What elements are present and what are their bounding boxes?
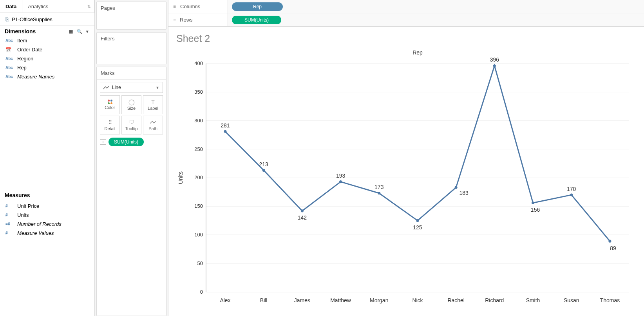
size-icon: ◯ [128, 99, 135, 105]
svg-text:193: 193 [336, 173, 345, 179]
svg-text:400: 400 [194, 60, 203, 66]
measures-list: #Unit Price #Units =#Number of Records #… [0, 201, 94, 316]
svg-point-42 [493, 64, 496, 67]
rows-shelf[interactable]: ≡ Rows SUM(Units) [168, 13, 644, 27]
label-pill[interactable]: SUM(Units) [109, 138, 144, 146]
svg-point-33 [378, 192, 380, 194]
marks-color[interactable]: Color [100, 95, 120, 114]
svg-text:Rep: Rep [412, 49, 423, 56]
svg-text:Thomas: Thomas [600, 297, 620, 303]
data-analytics-tabs: Data Analytics ⇅ [0, 0, 94, 13]
svg-text:100: 100 [194, 232, 203, 238]
svg-text:156: 156 [531, 207, 540, 213]
columns-shelf-label: ⅲ Columns [168, 0, 228, 13]
field-unit-price[interactable]: #Unit Price [0, 202, 94, 211]
svg-point-48 [570, 194, 573, 196]
rows-shelf-label: ≡ Rows [168, 13, 228, 26]
dimensions-menu-icon[interactable]: ▾ [85, 29, 90, 34]
svg-text:Alex: Alex [220, 297, 230, 303]
svg-text:Rachel: Rachel [447, 297, 464, 303]
columns-shelf[interactable]: ⅲ Columns Rep [168, 0, 644, 13]
field-rep[interactable]: AbcRep [0, 63, 94, 72]
marks-detail[interactable]: ⠿Detail [100, 116, 120, 134]
svg-point-27 [301, 209, 304, 212]
rows-shelf-body[interactable]: SUM(Units) [228, 13, 644, 26]
view-toggle-icon[interactable]: ▦ [68, 29, 74, 34]
columns-pill-rep[interactable]: Rep [232, 2, 283, 11]
data-panel: Data Analytics ⇅ ⎘ P1-OfficeSupplies Dim… [0, 0, 95, 316]
svg-text:Morgan: Morgan [370, 297, 388, 303]
svg-text:281: 281 [221, 122, 230, 129]
field-order-date[interactable]: 📅Order Date [0, 45, 94, 54]
marks-card: Marks Line ▼ Color ◯Size TLabel ⠿Detail … [96, 67, 166, 316]
filters-label: Filters [97, 33, 166, 45]
svg-point-45 [532, 202, 534, 204]
svg-text:300: 300 [194, 118, 203, 123]
filters-card[interactable]: Filters [96, 32, 166, 64]
svg-text:150: 150 [194, 203, 203, 209]
data-source-row[interactable]: ⎘ P1-OfficeSupplies [0, 13, 94, 26]
svg-text:173: 173 [374, 184, 384, 190]
field-units[interactable]: #Units [0, 211, 94, 220]
marks-label[interactable]: TLabel [143, 95, 163, 114]
path-icon [150, 119, 156, 125]
svg-text:250: 250 [194, 146, 203, 152]
marks-label-pill-row: T SUM(Units) [97, 134, 166, 149]
svg-text:Smith: Smith [526, 297, 540, 303]
rows-pill-sum-units[interactable]: SUM(Units) [232, 16, 281, 24]
field-number-of-records[interactable]: =#Number of Records [0, 220, 94, 229]
field-measure-names[interactable]: AbcMeasure Names [0, 72, 94, 81]
marks-label: Marks [97, 67, 166, 80]
svg-point-39 [455, 186, 458, 189]
svg-text:Matthew: Matthew [330, 297, 351, 303]
svg-text:Susan: Susan [564, 297, 579, 303]
marks-size[interactable]: ◯Size [121, 95, 141, 114]
svg-text:170: 170 [567, 186, 576, 192]
mark-type-dropdown[interactable]: Line ▼ [100, 82, 163, 93]
svg-text:350: 350 [194, 89, 203, 95]
svg-text:142: 142 [298, 214, 307, 221]
main-view: ⅲ Columns Rep ≡ Rows SUM(Units) Sheet 2 … [168, 0, 644, 316]
svg-text:200: 200 [194, 174, 203, 180]
label-target-icon: T [100, 139, 106, 145]
tab-data[interactable]: Data [0, 0, 22, 13]
dimensions-header: Dimensions ▦ 🔍 ▾ [0, 26, 94, 35]
svg-text:Richard: Richard [485, 297, 504, 303]
svg-text:James: James [294, 297, 310, 303]
marks-grid: Color ◯Size TLabel ⠿Detail 🗨Tooltip Path [97, 95, 166, 134]
columns-icon: ⅲ [173, 4, 176, 9]
field-region[interactable]: AbcRegion [0, 54, 94, 63]
line-chart[interactable]: 050100150200250300350400RepUnits281Alex2… [175, 47, 637, 312]
detail-icon: ⠿ [108, 119, 112, 125]
tab-sort-icon[interactable]: ⇅ [87, 4, 91, 9]
pages-card[interactable]: Pages [96, 2, 166, 30]
svg-text:Units: Units [177, 171, 184, 184]
svg-text:183: 183 [459, 189, 468, 196]
marks-tooltip[interactable]: 🗨Tooltip [121, 116, 141, 134]
svg-point-36 [416, 219, 419, 222]
tab-analytics[interactable]: Analytics ⇅ [22, 0, 94, 13]
rows-icon: ≡ [173, 17, 176, 23]
sheet-title[interactable]: Sheet 2 [175, 32, 637, 47]
pages-label: Pages [97, 2, 166, 14]
svg-text:125: 125 [413, 224, 422, 231]
line-mark-icon [103, 85, 109, 89]
field-measure-values[interactable]: #Measure Values [0, 229, 94, 238]
columns-shelf-body[interactable]: Rep [228, 0, 644, 13]
svg-text:396: 396 [490, 56, 499, 63]
dimensions-label: Dimensions [5, 28, 36, 35]
search-icon[interactable]: 🔍 [76, 29, 83, 34]
data-source-name: P1-OfficeSupplies [12, 16, 52, 22]
svg-text:Nick: Nick [412, 297, 423, 303]
svg-point-21 [224, 130, 226, 133]
marks-path[interactable]: Path [143, 116, 163, 134]
svg-text:50: 50 [197, 260, 203, 266]
tooltip-icon: 🗨 [129, 119, 134, 125]
field-item[interactable]: AbcItem [0, 36, 94, 45]
svg-point-51 [608, 240, 611, 243]
measures-header: Measures [0, 190, 94, 201]
color-icon [108, 100, 112, 104]
svg-text:89: 89 [610, 245, 616, 251]
dimensions-tools: ▦ 🔍 ▾ [68, 29, 90, 34]
svg-text:Bill: Bill [260, 297, 268, 303]
